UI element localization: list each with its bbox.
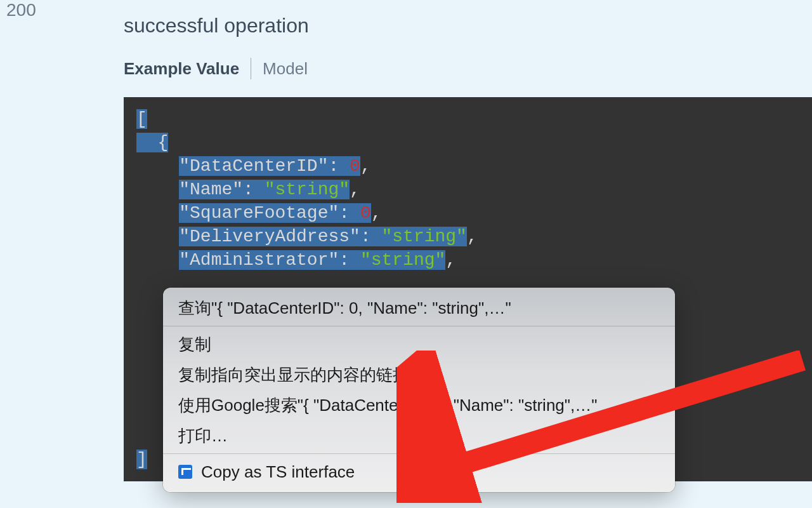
menu-item-lookup[interactable]: 查询"{ "DataCenterID": 0, "Name": "string"… bbox=[163, 293, 675, 323]
code-bracket-open: [ bbox=[136, 109, 147, 129]
code-key-1: "DataCenterID" bbox=[179, 156, 328, 176]
code-val-5: "string" bbox=[360, 250, 445, 270]
code-key-4: "DeliveryAddress" bbox=[179, 227, 360, 246]
code-brace-open: { bbox=[136, 133, 168, 152]
operation-description: successful operation bbox=[124, 14, 812, 37]
code-val-4: "string" bbox=[381, 227, 466, 246]
code-val-2: "string" bbox=[265, 180, 350, 199]
context-menu: 查询"{ "DataCenterID": 0, "Name": "string"… bbox=[163, 288, 675, 492]
code-val-1: 0 bbox=[350, 156, 360, 176]
tab-model[interactable]: Model bbox=[251, 59, 308, 79]
code-key-5: "Administrator" bbox=[179, 250, 339, 270]
menu-divider bbox=[163, 326, 675, 326]
menu-item-copy-link[interactable]: 复制指向突出显示的内容的链接 bbox=[163, 359, 675, 390]
menu-item-print[interactable]: 打印… bbox=[163, 420, 675, 451]
code-key-2: "Name" bbox=[179, 180, 243, 199]
code-bracket-close: ] bbox=[136, 450, 147, 469]
code-val-3: 0 bbox=[360, 203, 371, 223]
menu-item-copy-ts-interface[interactable]: Copy as TS interface bbox=[163, 457, 675, 487]
menu-divider-2 bbox=[163, 453, 675, 454]
ts-interface-icon bbox=[178, 465, 192, 479]
menu-item-google-search[interactable]: 使用Google搜索"{ "DataCenterID": 0, "Name": … bbox=[163, 390, 675, 420]
menu-item-copy[interactable]: 复制 bbox=[163, 329, 675, 359]
code-key-3: "SquareFootage" bbox=[179, 203, 339, 223]
response-tabs: Example Value Model bbox=[124, 58, 812, 79]
tab-example-value[interactable]: Example Value bbox=[124, 59, 251, 79]
status-code: 200 bbox=[6, 0, 36, 20]
